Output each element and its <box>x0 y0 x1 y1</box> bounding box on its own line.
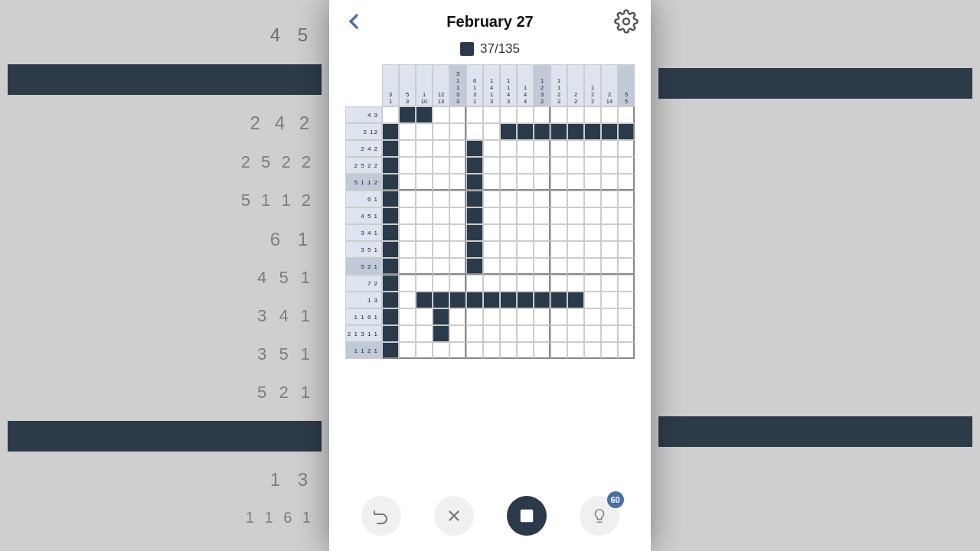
grid-cell[interactable] <box>550 292 567 308</box>
grid-cell[interactable] <box>550 258 567 275</box>
grid-cell[interactable] <box>449 207 466 224</box>
hint-button[interactable]: 60 <box>580 496 619 536</box>
grid-cell[interactable] <box>550 123 567 140</box>
grid-cell[interactable] <box>382 123 399 140</box>
grid-cell[interactable] <box>416 106 433 123</box>
grid-cell[interactable] <box>567 207 584 224</box>
grid-cell[interactable] <box>433 191 449 207</box>
grid-cell[interactable] <box>500 275 517 292</box>
grid-cell[interactable] <box>601 123 618 140</box>
grid-cell[interactable] <box>483 140 500 157</box>
grid-cell[interactable] <box>382 342 399 359</box>
grid-cell[interactable] <box>618 157 635 174</box>
grid-cell[interactable] <box>449 275 466 292</box>
grid-cell[interactable] <box>416 174 433 191</box>
grid-cell[interactable] <box>500 140 517 157</box>
grid-cell[interactable] <box>382 140 399 157</box>
grid-cell[interactable] <box>399 325 416 342</box>
grid-cell[interactable] <box>466 308 483 325</box>
back-button[interactable] <box>341 9 366 34</box>
grid-cell[interactable] <box>399 275 416 292</box>
grid-cell[interactable] <box>466 342 483 359</box>
grid-cell[interactable] <box>601 325 618 342</box>
grid-cell[interactable] <box>466 140 483 157</box>
grid-cell[interactable] <box>466 106 483 123</box>
grid-cell[interactable] <box>550 308 567 325</box>
grid-cell[interactable] <box>601 191 618 207</box>
grid-cell[interactable] <box>416 241 433 258</box>
grid-cell[interactable] <box>584 140 601 157</box>
grid-cell[interactable] <box>601 174 618 191</box>
grid-cell[interactable] <box>567 191 584 207</box>
grid-cell[interactable] <box>517 224 534 241</box>
grid-cell[interactable] <box>449 191 466 207</box>
grid-cell[interactable] <box>433 123 449 140</box>
grid-cell[interactable] <box>534 241 550 258</box>
grid-cell[interactable] <box>382 191 399 207</box>
grid-cell[interactable] <box>483 106 500 123</box>
grid-cell[interactable] <box>466 292 483 308</box>
grid-cell[interactable] <box>567 292 584 308</box>
grid-cell[interactable] <box>483 224 500 241</box>
grid-cell[interactable] <box>601 207 618 224</box>
grid-cell[interactable] <box>550 275 567 292</box>
grid-cell[interactable] <box>550 157 567 174</box>
grid-cell[interactable] <box>466 325 483 342</box>
grid-cell[interactable] <box>618 325 635 342</box>
grid-cell[interactable] <box>416 292 433 308</box>
grid-cell[interactable] <box>382 157 399 174</box>
grid-cell[interactable] <box>399 224 416 241</box>
grid-cell[interactable] <box>483 174 500 191</box>
grid-cell[interactable] <box>500 191 517 207</box>
grid-cell[interactable] <box>433 342 449 359</box>
grid-cell[interactable] <box>483 241 500 258</box>
grid-cell[interactable] <box>500 123 517 140</box>
grid-cell[interactable] <box>449 174 466 191</box>
grid-cell[interactable] <box>449 308 466 325</box>
grid-cell[interactable] <box>550 207 567 224</box>
grid-cell[interactable] <box>500 174 517 191</box>
grid-cell[interactable] <box>584 325 601 342</box>
grid-cell[interactable] <box>466 275 483 292</box>
grid-cell[interactable] <box>449 342 466 359</box>
grid-cell[interactable] <box>382 325 399 342</box>
grid-cell[interactable] <box>567 241 584 258</box>
grid-cell[interactable] <box>483 207 500 224</box>
grid-cell[interactable] <box>584 241 601 258</box>
grid-cell[interactable] <box>433 275 449 292</box>
grid-cell[interactable] <box>466 174 483 191</box>
grid-cell[interactable] <box>399 258 416 275</box>
grid-cell[interactable] <box>517 106 534 123</box>
grid-cell[interactable] <box>618 207 635 224</box>
grid-cell[interactable] <box>550 342 567 359</box>
grid-cell[interactable] <box>500 325 517 342</box>
grid-cell[interactable] <box>433 292 449 308</box>
grid-cell[interactable] <box>483 258 500 275</box>
grid-cell[interactable] <box>382 106 399 123</box>
grid-cell[interactable] <box>534 258 550 275</box>
grid-cell[interactable] <box>399 241 416 258</box>
grid-cell[interactable] <box>382 224 399 241</box>
grid-cell[interactable] <box>382 174 399 191</box>
grid-cell[interactable] <box>466 224 483 241</box>
grid-cell[interactable] <box>534 191 550 207</box>
grid-cell[interactable] <box>517 258 534 275</box>
grid-cell[interactable] <box>500 241 517 258</box>
grid-cell[interactable] <box>399 157 416 174</box>
grid-cell[interactable] <box>399 207 416 224</box>
grid-cell[interactable] <box>550 191 567 207</box>
grid-cell[interactable] <box>567 275 584 292</box>
grid-cell[interactable] <box>517 325 534 342</box>
grid-cell[interactable] <box>500 308 517 325</box>
grid-cell[interactable] <box>399 308 416 325</box>
grid-cell[interactable] <box>618 140 635 157</box>
grid-cell[interactable] <box>416 325 433 342</box>
grid-cell[interactable] <box>433 174 449 191</box>
grid-cell[interactable] <box>584 275 601 292</box>
grid-cell[interactable] <box>567 106 584 123</box>
grid-cell[interactable] <box>416 224 433 241</box>
grid-cell[interactable] <box>584 174 601 191</box>
grid-cell[interactable] <box>382 207 399 224</box>
grid-cell[interactable] <box>550 140 567 157</box>
grid-cell[interactable] <box>517 207 534 224</box>
